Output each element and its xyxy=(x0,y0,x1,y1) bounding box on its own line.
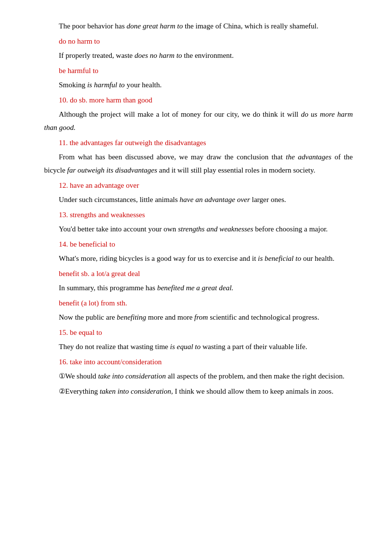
heading-11: 11. the advantages far outweigh the disa… xyxy=(44,136,353,150)
example-benefit-from: Now the public are benefiting more and m… xyxy=(44,311,353,324)
example-11: From what has been discussed above, we m… xyxy=(44,151,353,177)
example-14: What's more, riding bicycles is a good w… xyxy=(44,252,353,265)
heading-13: 13. strengths and weaknesses xyxy=(44,208,353,222)
example-13: You'd better take into account your own … xyxy=(44,223,353,236)
heading-13-text: 13. strengths and weaknesses xyxy=(59,211,145,219)
intro-paragraph: The poor behavior has done great harm to… xyxy=(44,20,353,33)
heading-16-text: 16. take into account/consideration xyxy=(59,358,162,366)
heading-benefit-from: benefit (a lot) from sth. xyxy=(44,297,353,310)
heading-benefit-sb-text: benefit sb. a lot/a great deal xyxy=(59,270,140,278)
heading-10-text: 10. do sb. more harm than good xyxy=(59,96,152,104)
heading-11-text: 11. the advantages far outweigh the disa… xyxy=(59,139,206,147)
example-10: Although the project will make a lot of … xyxy=(44,108,353,134)
heading-16: 16. take into account/consideration xyxy=(44,355,353,369)
example-12: Under such circumstances, little animals… xyxy=(44,193,353,206)
heading-12-text: 12. have an advantage over xyxy=(59,181,139,189)
example-16-1: ①We should take into consideration all a… xyxy=(44,370,353,383)
heading-14-text: 14. be beneficial to xyxy=(59,240,115,248)
heading-15: 15. be equal to xyxy=(44,326,353,339)
example-benefit-sb: In summary, this programme has benefited… xyxy=(44,281,353,295)
heading-14: 14. be beneficial to xyxy=(44,238,353,251)
heading-benefit-from-text: benefit (a lot) from sth. xyxy=(59,299,127,307)
heading-do-no-harm: do no harm to xyxy=(44,35,353,48)
heading-10: 10. do sb. more harm than good xyxy=(44,94,353,107)
heading-do-no-harm-text: do no harm to xyxy=(59,37,100,45)
heading-be-harmful-text: be harmful to xyxy=(59,67,98,75)
example-be-harmful: Smoking is harmful to your health. xyxy=(44,78,353,92)
example-15: They do not realize that wasting time is… xyxy=(44,340,353,353)
example-16-2: ②Everything taken into consideration, I … xyxy=(44,385,353,398)
heading-be-harmful: be harmful to xyxy=(44,64,353,77)
example-do-no-harm: If properly treated, waste does no harm … xyxy=(44,49,353,62)
heading-15-text: 15. be equal to xyxy=(59,328,102,336)
heading-benefit-sb: benefit sb. a lot/a great deal xyxy=(44,267,353,280)
heading-12: 12. have an advantage over xyxy=(44,179,353,192)
